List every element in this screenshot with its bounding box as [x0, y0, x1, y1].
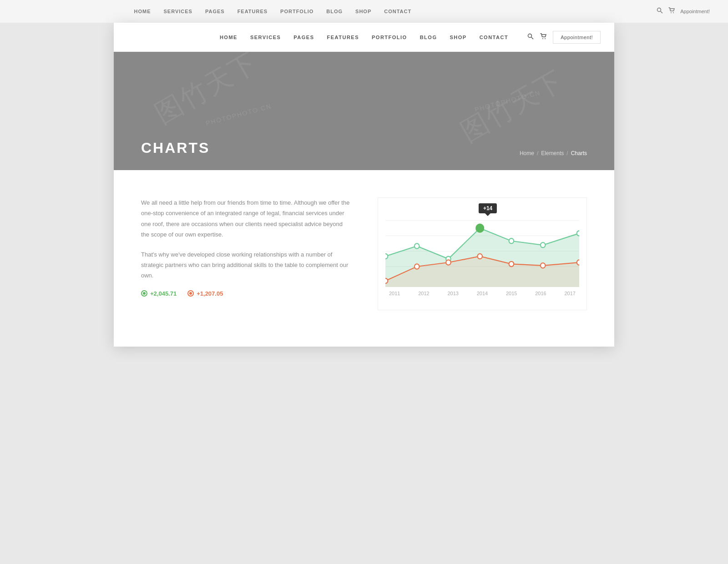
green-dot-1 [415, 243, 420, 248]
orange-dot-5 [541, 263, 546, 268]
inner-nav-right: Appointment! [527, 31, 601, 44]
breadcrumb: Home / Elements / Charts [520, 150, 587, 156]
top-nav-contact[interactable]: CONTACT [384, 9, 411, 14]
top-nav-portfolio[interactable]: PORTFOLIO [280, 9, 313, 14]
nav-contact[interactable]: CONTACT [480, 35, 508, 40]
nav-features[interactable]: FEATURES [327, 35, 359, 40]
inner-nav: HOME SERVICES PAGES FEATURES PORTFOLIO B… [114, 23, 614, 52]
green-dot-4 [509, 238, 514, 243]
page-title: CHARTS [141, 140, 210, 156]
nav-pages[interactable]: PAGES [293, 35, 314, 40]
top-nav-links: HOME SERVICES PAGES FEATURES PORTFOLIO B… [134, 9, 411, 14]
orange-dot-2 [446, 260, 451, 265]
x-label-0: 2011 [389, 291, 400, 296]
orange-dot-1 [415, 264, 420, 269]
green-dot-5 [541, 242, 546, 247]
x-label-5: 2016 [535, 291, 546, 296]
appointment-button[interactable]: Appointment! [553, 31, 601, 44]
nav-portfolio[interactable]: PORTFOLIO [372, 35, 407, 40]
chart-tooltip: +14 [479, 203, 497, 213]
stat-green-dot [141, 290, 147, 297]
orange-dot-3 [477, 254, 482, 259]
top-nav-home[interactable]: HOME [134, 9, 151, 14]
content-section: We all need a little help from our frien… [114, 170, 614, 347]
stat-orange: +1,207.05 [187, 290, 223, 297]
stats-row: +2,045.71 +1,207.05 [141, 290, 350, 297]
top-nav-right: Appointment! [657, 7, 710, 15]
svg-line-5 [531, 37, 534, 39]
top-nav-features[interactable]: FEATURES [238, 9, 268, 14]
nav-services[interactable]: SERVICES [250, 35, 281, 40]
paragraph-1: We all need a little help from our frien… [141, 197, 350, 240]
top-appointment-button[interactable]: Appointment! [680, 9, 710, 14]
orange-dot-4 [509, 262, 514, 267]
top-nav-pages[interactable]: PAGES [205, 9, 225, 14]
chart-container: +14 [378, 197, 587, 310]
svg-point-0 [657, 8, 661, 12]
stat-green-value: +2,045.71 [150, 290, 177, 297]
svg-point-7 [545, 38, 546, 39]
stat-orange-value: +1,207.05 [197, 290, 223, 297]
breadcrumb-current: Charts [571, 150, 587, 156]
breadcrumb-sep2: / [566, 150, 568, 156]
text-content: We all need a little help from our frien… [141, 197, 350, 297]
chart-svg [385, 205, 579, 287]
hero-banner: 图竹天下 图竹天下 PHOTOPHOTO.CN PHOTOPHOTO.CN CH… [114, 52, 614, 170]
content-grid: We all need a little help from our frien… [141, 197, 587, 310]
top-nav-shop[interactable]: SHOP [355, 9, 371, 14]
top-nav-services[interactable]: SERVICES [163, 9, 192, 14]
nav-shop[interactable]: SHOP [450, 35, 466, 40]
top-nav-background: HOME SERVICES PAGES FEATURES PORTFOLIO B… [0, 0, 728, 23]
x-label-1: 2012 [418, 291, 429, 296]
nav-blog[interactable]: BLOG [420, 35, 437, 40]
top-nav-blog[interactable]: BLOG [326, 9, 343, 14]
x-label-2: 2013 [448, 291, 459, 296]
svg-point-4 [528, 34, 532, 37]
stat-green: +2,045.71 [141, 290, 177, 297]
green-dot-3-active [476, 224, 484, 232]
svg-point-6 [542, 38, 543, 39]
svg-line-1 [661, 11, 663, 14]
inner-search-icon[interactable] [527, 33, 534, 41]
breadcrumb-home[interactable]: Home [520, 150, 534, 156]
orange-dot-0 [385, 278, 388, 283]
green-dot-0 [385, 254, 388, 259]
paragraph-2: That's why we've developed close working… [141, 249, 350, 281]
x-label-3: 2014 [477, 291, 488, 296]
chart-x-labels: 2011 2012 2013 2014 2015 2016 2017 [385, 289, 579, 296]
stat-orange-dot [187, 290, 194, 297]
breadcrumb-sep1: / [537, 150, 538, 156]
green-dot-6 [577, 231, 579, 236]
page-container: HOME SERVICES PAGES FEATURES PORTFOLIO B… [114, 23, 614, 347]
inner-cart-icon[interactable] [540, 33, 546, 41]
svg-point-3 [673, 12, 674, 13]
x-label-4: 2015 [506, 291, 517, 296]
x-label-6: 2017 [565, 291, 576, 296]
orange-dot-6 [577, 260, 579, 265]
nav-home[interactable]: HOME [220, 35, 238, 40]
inner-nav-links: HOME SERVICES PAGES FEATURES PORTFOLIO B… [220, 35, 508, 40]
search-icon[interactable] [657, 7, 663, 15]
cart-icon[interactable] [668, 7, 675, 15]
breadcrumb-elements[interactable]: Elements [541, 150, 564, 156]
svg-point-2 [671, 12, 672, 13]
